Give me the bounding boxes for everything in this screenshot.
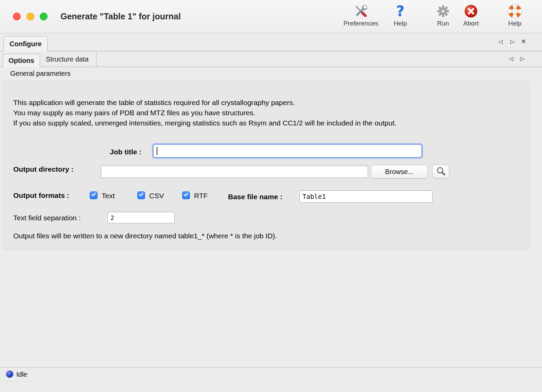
preferences-label: Preferences (344, 20, 378, 27)
magnifier-icon (436, 166, 446, 178)
abort-icon (464, 3, 478, 19)
preferences-tools-icon (354, 3, 368, 19)
text-format-checkbox[interactable] (90, 191, 98, 199)
job-title-label: Job title : (110, 148, 141, 156)
minimize-window-icon[interactable] (27, 13, 34, 20)
general-parameters-panel: This application will generate the table… (3, 81, 529, 250)
tab-structure-data-label: Structure data (46, 55, 89, 63)
tab-scroll-right-icon[interactable]: ▷ (510, 38, 514, 45)
output-note-text: Output files will be written to a new di… (13, 232, 277, 240)
check-icon (91, 192, 97, 199)
browse-button[interactable]: Browse... (371, 165, 428, 178)
abort-label: Abort (463, 20, 478, 27)
run-gear-icon (436, 3, 450, 19)
tab-close-icon[interactable]: ✕ (521, 38, 526, 45)
csv-format-label: CSV (149, 192, 164, 200)
status-text: Idle (16, 370, 27, 378)
check-icon (183, 192, 189, 199)
zoom-window-icon[interactable] (40, 13, 48, 20)
rtf-format-label: RTF (194, 192, 208, 200)
status-indicator-icon (6, 371, 13, 378)
close-window-icon[interactable] (13, 13, 21, 20)
description-line-3: If you also supply scaled, unmerged inte… (13, 118, 397, 128)
description-line-2: You may supply as many pairs of PDB and … (13, 108, 397, 118)
help-lifering-button[interactable]: Help (501, 3, 528, 31)
subtab-bar: Options Structure data ◁ ▷ (0, 51, 542, 67)
help-label: Help (394, 20, 407, 27)
description-line-1: This application will generate the table… (13, 98, 397, 108)
app-window: Generate "Table 1" for journal Preferenc… (0, 0, 542, 392)
output-directory-label: Output directory : (13, 165, 73, 173)
text-caret (157, 147, 157, 155)
text-field-separation-label: Text field separation : (13, 214, 81, 222)
tab-configure-label: Configure (10, 40, 41, 48)
status-bar: Idle (0, 367, 542, 392)
abort-button[interactable]: Abort (457, 3, 485, 31)
subtab-scroll-left-icon[interactable]: ◁ (509, 55, 513, 62)
section-label-general-parameters: General parameters (10, 70, 71, 78)
job-title-input[interactable] (153, 144, 422, 157)
run-button[interactable]: Run (431, 3, 455, 31)
check-icon (138, 192, 144, 199)
csv-format-checkbox[interactable] (137, 191, 145, 199)
help-lifering-label: Help (508, 20, 521, 27)
preferences-button[interactable]: Preferences (340, 3, 381, 31)
base-file-name-input[interactable] (299, 190, 433, 203)
rtf-format-checkbox[interactable] (182, 191, 190, 199)
subtab-scroll-right-icon[interactable]: ▷ (520, 55, 524, 62)
status-bar-divider (0, 381, 542, 382)
base-file-name-label: Base file name : (228, 193, 282, 201)
tab-configure[interactable]: Configure (3, 36, 48, 51)
tab-structure-data[interactable]: Structure data (38, 51, 97, 67)
help-button[interactable]: ? Help (388, 3, 412, 31)
tab-options-label: Options (8, 57, 34, 65)
help-question-icon: ? (396, 3, 404, 19)
description-text: This application will generate the table… (13, 98, 397, 128)
configure-tab-bar: Configure ◁ ▷ ✕ (0, 33, 542, 51)
output-formats-label: Output formats : (13, 191, 69, 200)
output-directory-input[interactable] (101, 166, 368, 178)
text-field-separation-input[interactable] (107, 212, 175, 223)
job-title-field-wrap (153, 144, 422, 157)
tab-options[interactable]: Options (3, 54, 40, 67)
tab-scroll-left-icon[interactable]: ◁ (499, 38, 503, 45)
text-format-label: Text (102, 192, 115, 200)
run-label: Run (437, 20, 449, 27)
help-lifering-icon (508, 3, 522, 19)
title-bar: Generate "Table 1" for journal Preferenc… (0, 0, 542, 33)
window-title: Generate "Table 1" for journal (60, 0, 181, 33)
directory-search-button[interactable] (432, 165, 449, 178)
browse-button-label: Browse... (385, 168, 413, 176)
